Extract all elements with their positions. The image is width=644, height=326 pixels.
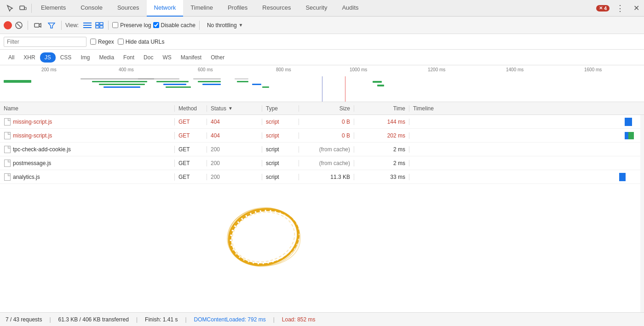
table-row[interactable]: missing-script.js GET 404 script 0 B 144… (0, 115, 644, 129)
row-name: tpc-check-add-cookie.js (0, 146, 175, 153)
preserve-log-checkbox[interactable]: Preserve log (112, 22, 151, 29)
row-size: 11.3 KB (299, 174, 354, 180)
filter-input[interactable] (4, 37, 86, 47)
main-content: View: Preserve log Disable cache No thro… (0, 17, 644, 326)
divider-4 (199, 21, 200, 30)
column-method: Method (175, 105, 207, 112)
column-size: Size (299, 105, 354, 112)
row-time: 33 ms (354, 174, 409, 180)
timeline-label-600: 600 ms (198, 67, 213, 72)
row-method: GET (175, 119, 207, 125)
table-row[interactable]: tpc-check-add-cookie.js GET 200 script (… (0, 143, 644, 156)
type-filter-media[interactable]: Media (94, 52, 119, 63)
svg-point-15 (226, 206, 303, 268)
row-size: (from cache) (299, 146, 354, 153)
row-name: postmessage.js (0, 160, 175, 167)
column-timeline: Timeline (409, 105, 644, 112)
row-time: 144 ms (354, 119, 409, 125)
table-row[interactable]: missing-script.js GET 404 script 0 B 202… (0, 129, 644, 143)
table-header: Name Method Status ▼ Type Size Time Time… (0, 102, 644, 115)
type-filter-doc[interactable]: Doc (139, 52, 158, 63)
throttle-dropdown[interactable]: No throttling ▼ (203, 21, 247, 29)
annotation-circle (223, 201, 305, 272)
scrollbar[interactable] (640, 102, 644, 312)
cursor-icon[interactable] (6, 4, 15, 13)
timeline-label-1200: 1200 ms (428, 67, 445, 72)
type-filter-img[interactable]: Img (76, 52, 94, 63)
row-status: 200 (207, 160, 262, 166)
row-status: 404 (207, 119, 262, 125)
close-button[interactable]: ✕ (631, 4, 642, 12)
type-filter-all[interactable]: All (4, 52, 19, 63)
tab-network[interactable]: Network (147, 0, 184, 17)
row-time: 202 ms (354, 132, 409, 139)
timeline-label-1000: 1000 ms (350, 67, 367, 72)
row-status: 200 (207, 146, 262, 153)
screenshot-view-button[interactable] (94, 20, 104, 30)
record-button[interactable] (4, 21, 12, 29)
timeline-label-200: 200 ms (41, 67, 57, 72)
error-badge[interactable]: ✕ 4 (596, 5, 610, 11)
dom-content-loaded: DOMContentLoaded: 792 ms (194, 316, 266, 323)
type-filter-css[interactable]: CSS (56, 52, 76, 63)
svg-rect-12 (96, 26, 99, 28)
tab-elements[interactable]: Elements (34, 0, 73, 17)
timeline-bar (92, 81, 147, 82)
type-filter-ws[interactable]: WS (158, 52, 176, 63)
timeline-label-1600: 1600 ms (584, 67, 602, 72)
devtools-icons (2, 4, 32, 13)
timeline-indicator (619, 173, 626, 181)
timeline-bar (193, 78, 221, 80)
tab-audits[interactable]: Audits (334, 0, 366, 17)
row-time: 2 ms (354, 160, 409, 166)
row-status: 404 (207, 132, 262, 139)
list-view-button[interactable] (82, 20, 92, 30)
row-type: script (262, 160, 299, 166)
divider-2 (61, 21, 62, 30)
regex-checkbox[interactable]: Regex (90, 39, 114, 45)
svg-rect-11 (100, 23, 103, 25)
tab-security[interactable]: Security (298, 0, 334, 17)
column-time: Time (354, 105, 409, 112)
timeline-label-400: 400 ms (119, 67, 134, 72)
tab-profiles[interactable]: Profiles (220, 0, 255, 17)
filter-button[interactable] (46, 19, 58, 31)
type-filter-manifest[interactable]: Manifest (176, 52, 206, 63)
hide-data-urls-checkbox[interactable]: Hide data URLs (118, 39, 165, 45)
tab-bar-right: ✕ 4 ⋮ ✕ (596, 3, 642, 13)
toolbar: View: Preserve log Disable cache No thro… (0, 17, 644, 34)
file-icon (4, 173, 11, 181)
filter-bar: Regex Hide data URLs (0, 34, 644, 50)
table-row[interactable]: analytics.js GET 200 script 11.3 KB 33 m… (0, 170, 644, 184)
timeline-bar (262, 86, 269, 88)
type-filter-js[interactable]: JS (40, 52, 56, 63)
type-filter-font[interactable]: Font (119, 52, 139, 63)
table-row[interactable]: postmessage.js GET 200 script (from cach… (0, 156, 644, 170)
network-table[interactable]: Name Method Status ▼ Type Size Time Time… (0, 102, 644, 312)
video-button[interactable] (32, 19, 44, 31)
row-type: script (262, 132, 299, 139)
row-method: GET (175, 146, 207, 153)
column-status[interactable]: Status ▼ (207, 105, 262, 112)
tab-sources[interactable]: Sources (110, 0, 147, 17)
file-icon (4, 132, 11, 139)
timeline-bar (202, 84, 221, 85)
type-filter-xhr[interactable]: XHR (19, 52, 40, 63)
timeline-overview[interactable]: 200 ms 400 ms 600 ms 800 ms 1000 ms 1200… (0, 65, 644, 102)
timeline-bar (235, 78, 248, 80)
file-icon (4, 118, 11, 126)
svg-rect-13 (100, 26, 103, 28)
row-name: missing-script.js (0, 132, 175, 139)
stop-button[interactable] (14, 20, 24, 30)
tab-timeline[interactable]: Timeline (183, 0, 220, 17)
more-button[interactable]: ⋮ (613, 3, 627, 13)
timeline-bar (373, 81, 382, 83)
row-type: script (262, 119, 299, 125)
tab-console[interactable]: Console (73, 0, 110, 17)
status-bar: 7 / 43 requests | 61.3 KB / 406 KB trans… (0, 312, 644, 326)
row-method: GET (175, 132, 207, 139)
responsive-icon[interactable] (18, 4, 28, 13)
disable-cache-checkbox[interactable]: Disable cache (153, 22, 196, 29)
type-filter-other[interactable]: Other (206, 52, 229, 63)
tab-resources[interactable]: Resources (255, 0, 298, 17)
